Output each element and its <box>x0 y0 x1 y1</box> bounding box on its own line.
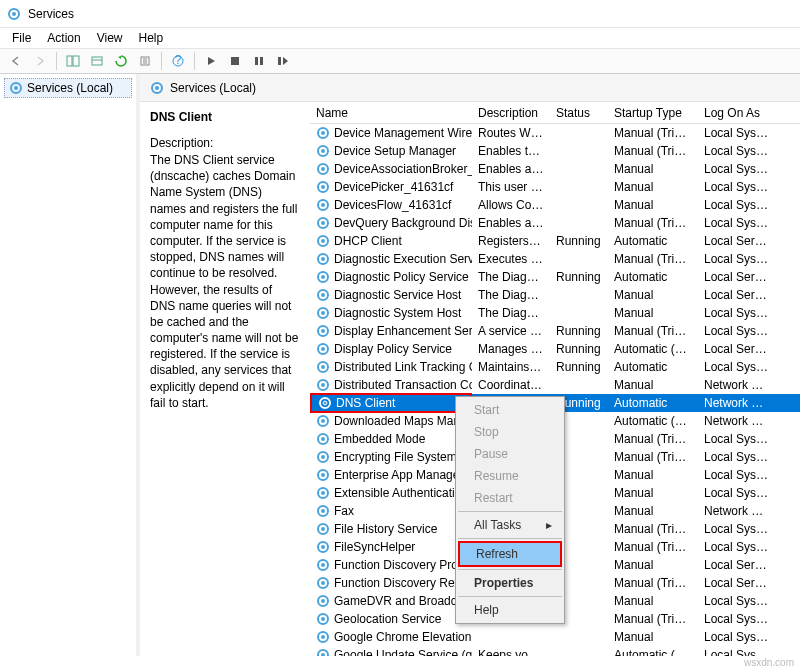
export-list-button[interactable] <box>134 50 156 72</box>
ctx-restart[interactable]: Restart <box>458 487 562 509</box>
cell-logon: Network Se... <box>698 413 776 429</box>
gear-icon <box>316 288 334 302</box>
svg-point-66 <box>321 563 325 567</box>
table-row[interactable]: DevicesFlow_41631cfAllows Conn...ManualL… <box>310 196 800 214</box>
table-row[interactable]: Google Update Service (gup...Keeps your … <box>310 646 800 656</box>
cell-startup: Automatic <box>608 359 698 375</box>
ctx-start[interactable]: Start <box>458 399 562 421</box>
service-name: Diagnostic Execution Service <box>334 252 472 266</box>
title-bar: Services <box>0 0 800 28</box>
svg-point-48 <box>323 401 327 405</box>
table-row[interactable]: Diagnostic Service HostThe Diagnos...Man… <box>310 286 800 304</box>
svg-point-30 <box>321 239 325 243</box>
ctx-all-tasks[interactable]: All Tasks▸ <box>458 514 562 536</box>
cell-logon: Local System <box>698 593 776 609</box>
cell-startup: Manual (Trigg... <box>608 431 698 447</box>
cell-logon: Local System <box>698 197 776 213</box>
cell-status <box>550 654 608 656</box>
cell-logon: Local System <box>698 647 776 656</box>
play-button[interactable] <box>200 50 222 72</box>
ctx-refresh[interactable]: Refresh <box>458 541 562 567</box>
gear-icon <box>316 270 334 284</box>
col-startup-type[interactable]: Startup Type <box>608 103 698 123</box>
cell-startup: Manual <box>608 503 698 519</box>
list-header: Services (Local) <box>140 74 800 102</box>
cell-startup: Automatic <box>608 269 698 285</box>
cell-status <box>550 204 608 206</box>
cell-desc: A service for ... <box>472 323 550 339</box>
tree-root-label: Services (Local) <box>27 81 113 95</box>
cell-logon: Local System <box>698 143 776 159</box>
col-description[interactable]: Description <box>472 103 550 123</box>
svg-point-62 <box>321 527 325 531</box>
table-row[interactable]: DevicePicker_41631cfThis user ser...Manu… <box>310 178 800 196</box>
cell-logon: Network Se... <box>698 395 776 411</box>
cell-status <box>550 168 608 170</box>
table-row[interactable]: Distributed Link Tracking Cli...Maintain… <box>310 358 800 376</box>
table-row[interactable]: Device Setup ManagerEnables the ...Manua… <box>310 142 800 160</box>
svg-point-46 <box>321 383 325 387</box>
table-row[interactable]: DevQuery Background Disc...Enables app..… <box>310 214 800 232</box>
service-name: Google Chrome Elevation Se... <box>334 630 472 644</box>
menu-help[interactable]: Help <box>131 29 172 47</box>
col-status[interactable]: Status <box>550 103 608 123</box>
help-button[interactable]: ? <box>167 50 189 72</box>
tree-root-item[interactable]: Services (Local) <box>4 78 132 98</box>
ctx-help[interactable]: Help <box>458 599 562 621</box>
ctx-pause[interactable]: Pause <box>458 443 562 465</box>
table-row[interactable]: Device Management Wireles...Routes Wirel… <box>310 124 800 142</box>
table-row[interactable]: Distributed Transaction Coor...Coordinat… <box>310 376 800 394</box>
export-button[interactable] <box>86 50 108 72</box>
menu-view[interactable]: View <box>89 29 131 47</box>
service-name: Diagnostic System Host <box>334 306 461 320</box>
col-logon-as[interactable]: Log On As <box>698 103 776 123</box>
svg-point-52 <box>321 437 325 441</box>
svg-point-20 <box>321 149 325 153</box>
menu-action[interactable]: Action <box>39 29 88 47</box>
svg-point-50 <box>321 419 325 423</box>
cell-startup: Automatic (De... <box>608 413 698 429</box>
ctx-stop[interactable]: Stop <box>458 421 562 443</box>
table-row[interactable]: Display Policy ServiceManages th...Runni… <box>310 340 800 358</box>
table-row[interactable]: Diagnostic Policy ServiceThe Diagnos...R… <box>310 268 800 286</box>
back-button[interactable] <box>5 50 27 72</box>
table-row[interactable]: Display Enhancement ServiceA service for… <box>310 322 800 340</box>
table-row[interactable]: Diagnostic System HostThe Diagnos...Manu… <box>310 304 800 322</box>
menu-file[interactable]: File <box>4 29 39 47</box>
cell-status: Running <box>550 323 608 339</box>
svg-point-32 <box>321 257 325 261</box>
cell-desc: Registers an... <box>472 233 550 249</box>
svg-point-36 <box>321 293 325 297</box>
table-row[interactable]: Diagnostic Execution ServiceExecutes dia… <box>310 250 800 268</box>
cell-startup: Manual <box>608 179 698 195</box>
col-name[interactable]: Name <box>310 103 472 123</box>
table-row[interactable]: Google Chrome Elevation Se...ManualLocal… <box>310 628 800 646</box>
pause-button[interactable] <box>248 50 270 72</box>
table-row[interactable]: DeviceAssociationBroker_41...Enables app… <box>310 160 800 178</box>
svg-point-16 <box>155 86 159 90</box>
restart-button[interactable] <box>272 50 294 72</box>
refresh-button[interactable] <box>110 50 132 72</box>
svg-point-42 <box>321 347 325 351</box>
gear-icon <box>316 306 334 320</box>
service-list: Name Description Status Startup Type Log… <box>310 102 800 656</box>
gear-icon <box>316 630 334 644</box>
cell-startup: Automatic (De... <box>608 341 698 357</box>
services-icon <box>6 6 22 22</box>
forward-button[interactable] <box>29 50 51 72</box>
gear-icon <box>316 522 334 536</box>
ctx-resume[interactable]: Resume <box>458 465 562 487</box>
table-row[interactable]: DHCP ClientRegisters an...RunningAutomat… <box>310 232 800 250</box>
svg-point-76 <box>321 653 325 656</box>
cell-startup: Manual <box>608 557 698 573</box>
cell-logon: Local System <box>698 431 776 447</box>
cell-startup: Manual <box>608 161 698 177</box>
show-hide-tree-button[interactable] <box>62 50 84 72</box>
svg-point-54 <box>321 455 325 459</box>
cell-logon: Local Service <box>698 269 776 285</box>
cell-startup: Manual (Trigg... <box>608 215 698 231</box>
tree-pane: Services (Local) <box>0 74 140 656</box>
stop-button[interactable] <box>224 50 246 72</box>
ctx-properties[interactable]: Properties <box>458 572 562 594</box>
chevron-right-icon: ▸ <box>546 518 552 532</box>
